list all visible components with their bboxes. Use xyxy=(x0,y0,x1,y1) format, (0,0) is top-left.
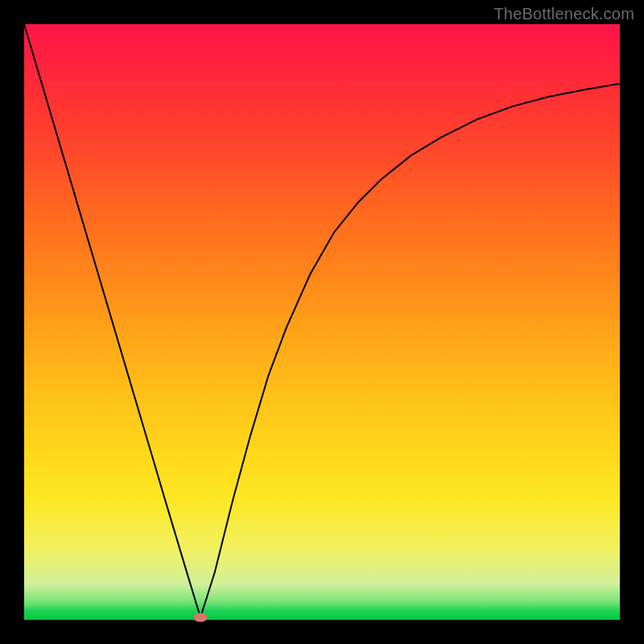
plot-area xyxy=(24,24,620,620)
watermark-text: TheBottleneck.com xyxy=(493,5,634,23)
bottleneck-curve xyxy=(24,24,620,617)
curve-layer xyxy=(24,24,620,620)
chart-frame: TheBottleneck.com xyxy=(0,0,644,644)
minimum-marker xyxy=(194,613,207,622)
